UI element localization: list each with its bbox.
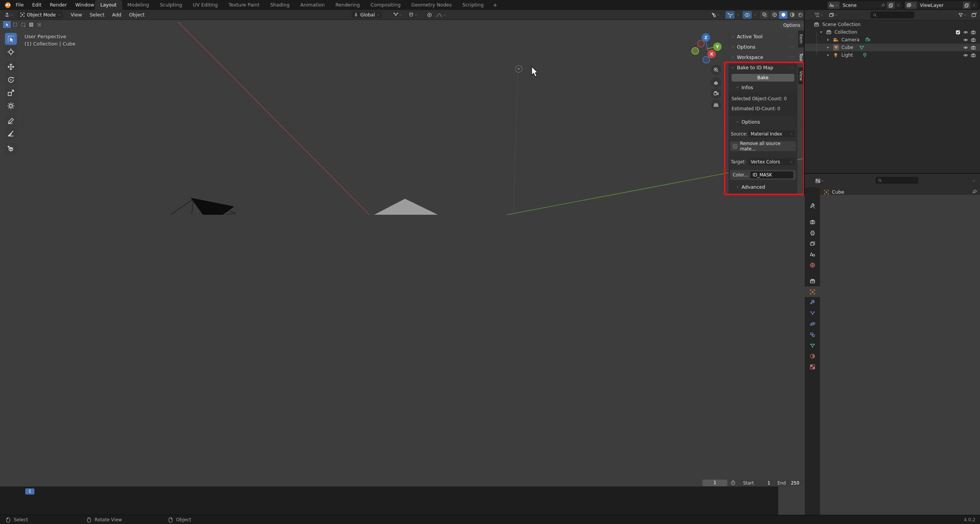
- outliner-row-camera[interactable]: Camera: [805, 36, 980, 44]
- pin-icon[interactable]: [880, 3, 887, 7]
- properties-tab-scene[interactable]: [805, 249, 820, 260]
- timeline-menu-playback[interactable]: Playback: [18, 480, 51, 486]
- properties-tab-world[interactable]: [805, 260, 820, 270]
- transport-next-keyframe[interactable]: [420, 480, 428, 487]
- outliner-search[interactable]: [871, 11, 914, 18]
- toggle-eye-icon[interactable]: [963, 45, 968, 50]
- animate-dot[interactable]: [974, 279, 976, 281]
- lock-icon[interactable]: [965, 266, 969, 271]
- outliner-item-label[interactable]: Cube: [841, 45, 853, 50]
- filter-dropdown[interactable]: [957, 11, 968, 19]
- value-slider[interactable]: 0°: [887, 258, 962, 264]
- properties-tab-tool[interactable]: [805, 201, 820, 211]
- gizmo-z-neg-axis[interactable]: [703, 56, 710, 63]
- lock-icon[interactable]: [965, 288, 969, 293]
- workspace-tab-rendering[interactable]: Rendering: [330, 0, 365, 10]
- unlink-scene-button[interactable]: [895, 3, 902, 7]
- viewport-3d[interactable]: User Perspective (1) Collection | Cube Z…: [0, 20, 804, 477]
- rotation-mode-dropdown[interactable]: XYZ Euler: [887, 276, 962, 283]
- bake-panel-header[interactable]: Bake to ID Map: [731, 65, 773, 70]
- options-subpanel-header[interactable]: Options: [736, 119, 760, 125]
- properties-tab-view-layer[interactable]: [805, 238, 820, 249]
- viewport-menu-view[interactable]: View: [67, 10, 86, 20]
- tool-cursor[interactable]: [5, 46, 17, 58]
- advanced-subpanel-header[interactable]: Advanced: [736, 184, 765, 190]
- record-button[interactable]: [368, 480, 384, 487]
- transform-orientation-dropdown[interactable]: Global: [351, 11, 382, 18]
- properties-panel-collections[interactable]: Collections::::: [821, 336, 979, 345]
- lock-icon[interactable]: [965, 240, 969, 245]
- sidebar-tab-item[interactable]: Item: [798, 31, 804, 47]
- playhead-label[interactable]: 1: [25, 488, 34, 495]
- properties-tab-constraints[interactable]: [805, 329, 820, 340]
- properties-tab-texture[interactable]: [805, 361, 820, 372]
- new-scene-button[interactable]: [887, 2, 895, 9]
- viewport-menu-select[interactable]: Select: [86, 10, 108, 20]
- timeline-track[interactable]: [0, 497, 804, 513]
- toggle-eye-icon[interactable]: [963, 38, 968, 42]
- outliner-item-label[interactable]: Scene Collection: [822, 22, 861, 27]
- toggle-check-icon[interactable]: [956, 30, 960, 35]
- gizmo-dropdown[interactable]: [735, 11, 741, 19]
- toggle-eye-icon[interactable]: [963, 30, 968, 35]
- gizmo-x-neg-axis[interactable]: [697, 40, 704, 47]
- show-gizmo-toggle[interactable]: [725, 11, 735, 19]
- tool-annotate[interactable]: [5, 115, 17, 127]
- shading-wireframe-button[interactable]: [770, 11, 779, 19]
- properties-options-dropdown[interactable]: [971, 177, 977, 184]
- tool-select-box[interactable]: [5, 33, 17, 45]
- scene-name[interactable]: Scene: [840, 3, 880, 8]
- timeline-menu-marker[interactable]: Marker: [98, 480, 122, 486]
- animate-dot[interactable]: [974, 235, 976, 237]
- display-mode-dropdown[interactable]: [828, 11, 839, 19]
- animate-dot[interactable]: [974, 290, 976, 292]
- value-slider[interactable]: 0°: [887, 265, 962, 272]
- color-name-field[interactable]: ID_MASK: [750, 171, 793, 178]
- snap-magnet-dropdown[interactable]: [407, 11, 418, 19]
- breadcrumb-object[interactable]: Cube: [832, 189, 844, 195]
- properties-panel-viewport-display[interactable]: Viewport Display::::: [821, 377, 979, 386]
- workspace-tab-layout[interactable]: Layout: [95, 0, 122, 10]
- value-slider[interactable]: 0 m: [887, 240, 962, 246]
- menu-render[interactable]: Render: [46, 0, 71, 10]
- timeline-menu-keying[interactable]: Keying: [51, 480, 80, 486]
- editor-type-outliner-icon[interactable]: [813, 11, 824, 19]
- panel-grip[interactable]: ::::: [788, 65, 794, 69]
- remove-viewlayer-button[interactable]: [970, 3, 978, 7]
- cube-object[interactable]: [364, 199, 448, 292]
- viewport-menu-add[interactable]: Add: [108, 10, 125, 20]
- toggle-orthographic-button[interactable]: [711, 100, 721, 110]
- animate-dot[interactable]: [974, 297, 976, 299]
- transport-prev-keyframe[interactable]: [394, 480, 402, 487]
- lock-icon[interactable]: [965, 303, 969, 307]
- workspace-tab-uv-editing[interactable]: UV Editing: [188, 0, 223, 10]
- pin-id-icon[interactable]: [972, 189, 977, 194]
- blender-logo-icon[interactable]: [5, 2, 11, 8]
- lock-icon[interactable]: [965, 295, 969, 300]
- light-object[interactable]: [515, 65, 522, 72]
- viewlayer-name[interactable]: ViewLayer: [917, 3, 963, 8]
- toggle-render-icon[interactable]: [971, 38, 976, 42]
- properties-tab-collection[interactable]: [805, 276, 820, 286]
- disclosure-right-icon[interactable]: [826, 53, 830, 57]
- menu-edit[interactable]: Edit: [28, 0, 46, 10]
- end-frame-field[interactable]: End 250: [774, 480, 802, 486]
- object-name-field[interactable]: Cube: [834, 201, 854, 207]
- tool-add-cube[interactable]: [5, 143, 17, 155]
- navigation-gizmo[interactable]: Z Y X: [691, 32, 725, 67]
- properties-tab-particles[interactable]: [805, 308, 820, 318]
- value-slider[interactable]: 0 m: [887, 225, 962, 232]
- add-workspace-button[interactable]: +: [489, 0, 501, 10]
- value-slider[interactable]: 0 m: [887, 232, 962, 239]
- editor-type-timeline-icon[interactable]: [3, 479, 15, 487]
- editor-type-3d-viewport-icon[interactable]: [3, 11, 15, 19]
- delta-transform-header[interactable]: Delta Transform: [825, 309, 869, 315]
- shading-rendered-button[interactable]: [797, 11, 804, 19]
- properties-panel-motion-paths[interactable]: Motion Paths::::: [821, 356, 979, 366]
- disclosure-right-icon[interactable]: [826, 38, 830, 42]
- bake-button[interactable]: Bake: [732, 74, 794, 82]
- animate-dot[interactable]: [974, 304, 976, 306]
- infos-subpanel-header[interactable]: Infos: [736, 85, 753, 90]
- value-slider[interactable]: 1.000: [887, 302, 962, 309]
- disclosure-down-icon[interactable]: [819, 30, 823, 34]
